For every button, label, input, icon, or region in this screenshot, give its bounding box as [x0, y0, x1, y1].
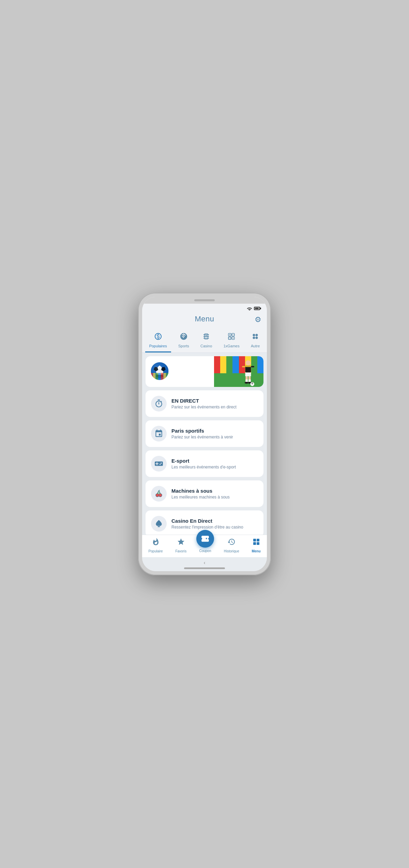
- svg-rect-4: [228, 337, 231, 339]
- casino-direct-title: Casino En Direct: [171, 518, 258, 524]
- nav-item-favoris[interactable]: Favoris: [172, 538, 189, 553]
- nav-historique-label: Historique: [224, 549, 239, 553]
- svg-rect-38: [251, 366, 254, 367]
- notch: [142, 297, 267, 304]
- svg-rect-36: [245, 365, 251, 367]
- status-icons: [247, 306, 260, 310]
- casino-direct-text: Casino En Direct Ressentez l'impression …: [171, 518, 258, 530]
- nav-item-menu[interactable]: Menu: [249, 538, 263, 553]
- menu-item-machines-sous[interactable]: Machines à sous Les meilleures machines …: [146, 480, 263, 507]
- machines-sous-title: Machines à sous: [171, 488, 258, 494]
- svg-point-11: [230, 337, 231, 338]
- soccer-player-icon: [236, 360, 260, 387]
- esport-icon-wrapper: [151, 456, 167, 472]
- gamepad-icon: [154, 459, 163, 468]
- nav-item-populaire[interactable]: Populaire: [146, 538, 165, 553]
- ticket-icon: [201, 534, 210, 543]
- svg-point-34: [245, 360, 251, 365]
- machines-sous-subtitle: Les meilleures machines à sous: [171, 495, 258, 500]
- clock-icon: [227, 538, 236, 548]
- svg-point-12: [229, 338, 229, 339]
- page-title: Menu: [195, 315, 214, 323]
- svg-point-14: [253, 334, 255, 336]
- nav-populaire-label: Populaire: [148, 549, 163, 553]
- paris-sportifs-title: Paris sportifs: [171, 428, 258, 434]
- tab-autre[interactable]: Autre: [247, 330, 264, 352]
- tab-casino-label: Casino: [200, 344, 212, 348]
- tabs: Populaires Sports: [142, 330, 267, 352]
- svg-line-51: [159, 490, 160, 491]
- svg-rect-28: [153, 373, 156, 380]
- settings-button[interactable]: ⚙: [255, 315, 261, 324]
- banner-left: [146, 357, 174, 387]
- svg-point-16: [253, 337, 255, 339]
- esport-text: E-sport Les meilleurs événements d'e-spo…: [171, 458, 258, 469]
- svg-rect-57: [253, 542, 256, 545]
- tab-1xgames[interactable]: 1xGames: [219, 330, 244, 352]
- menu-item-esport[interactable]: E-sport Les meilleurs événements d'e-spo…: [146, 450, 263, 477]
- fire-icon: [152, 538, 160, 548]
- nav-menu-label: Menu: [252, 549, 260, 553]
- soccer-ball-icon: [150, 362, 169, 380]
- tab-casino[interactable]: Casino: [196, 330, 216, 352]
- home-indicator: ‹: [142, 557, 267, 571]
- svg-line-54: [159, 491, 159, 492]
- tab-populaires-icon: [154, 332, 162, 343]
- header: Menu ⚙: [142, 312, 267, 328]
- casino-direct-icon-wrapper: [151, 516, 167, 532]
- tab-populaires[interactable]: Populaires: [145, 330, 171, 352]
- grid-icon: [252, 538, 260, 548]
- coupon-circle: [196, 530, 214, 548]
- banner-player-area: [214, 356, 263, 387]
- svg-point-15: [256, 334, 258, 336]
- svg-point-53: [159, 494, 162, 497]
- tab-populaires-label: Populaires: [149, 344, 167, 348]
- tab-autre-label: Autre: [251, 344, 260, 348]
- svg-point-0: [249, 310, 250, 310]
- nav-coupon-label: Coupon: [199, 549, 211, 553]
- tab-1xgames-icon: [227, 332, 236, 343]
- svg-point-7: [233, 338, 234, 339]
- tab-sports[interactable]: Sports: [174, 330, 193, 352]
- svg-rect-58: [257, 542, 259, 545]
- nav-item-historique[interactable]: Historique: [221, 538, 242, 553]
- svg-point-8: [232, 334, 233, 335]
- svg-point-17: [256, 337, 258, 339]
- tab-casino-icon: [202, 332, 210, 343]
- en-direct-text: EN DIRECT Pariez sur les événements en d…: [171, 398, 258, 409]
- paris-sportifs-subtitle: Pariez sur les événements à venir: [171, 435, 258, 439]
- battery-icon: [254, 307, 260, 310]
- svg-rect-31: [161, 373, 164, 380]
- menu-item-paris-sportifs[interactable]: Paris sportifs Pariez sur les événements…: [146, 420, 263, 447]
- svg-point-52: [156, 494, 159, 497]
- svg-rect-33: [166, 373, 169, 380]
- speaker: [194, 299, 215, 301]
- casino-direct-subtitle: Ressentez l'impression d'être au casino: [171, 525, 258, 530]
- machines-sous-text: Machines à sous Les meilleures machines …: [171, 488, 258, 500]
- en-direct-icon-wrapper: [151, 396, 167, 411]
- paris-sportifs-icon-wrapper: [151, 426, 167, 442]
- tab-autre-icon: [251, 332, 259, 343]
- esport-title: E-sport: [171, 458, 258, 464]
- status-bar: [142, 304, 267, 312]
- main-content: EN DIRECT Pariez sur les événements en d…: [142, 353, 267, 535]
- machines-sous-icon-wrapper: [151, 486, 167, 502]
- spade-icon: [154, 519, 163, 528]
- svg-rect-42: [245, 379, 248, 382]
- nav-item-coupon[interactable]: Coupon: [196, 530, 214, 553]
- en-direct-title: EN DIRECT: [171, 398, 258, 404]
- banner-card[interactable]: [146, 356, 263, 387]
- svg-point-44: [245, 382, 248, 384]
- svg-rect-30: [158, 373, 161, 380]
- svg-point-10: [229, 337, 229, 338]
- tab-1xgames-label: 1xGames: [224, 344, 240, 348]
- cherry-icon: [154, 489, 163, 498]
- svg-point-9: [233, 334, 234, 335]
- back-arrow-icon[interactable]: ‹: [204, 560, 206, 565]
- menu-item-en-direct[interactable]: EN DIRECT Pariez sur les événements en d…: [146, 390, 263, 417]
- svg-rect-55: [253, 539, 256, 541]
- calendar-icon: [154, 429, 163, 438]
- tab-sports-icon: [180, 332, 188, 343]
- nav-favoris-label: Favoris: [175, 549, 186, 553]
- star-icon: [177, 538, 185, 548]
